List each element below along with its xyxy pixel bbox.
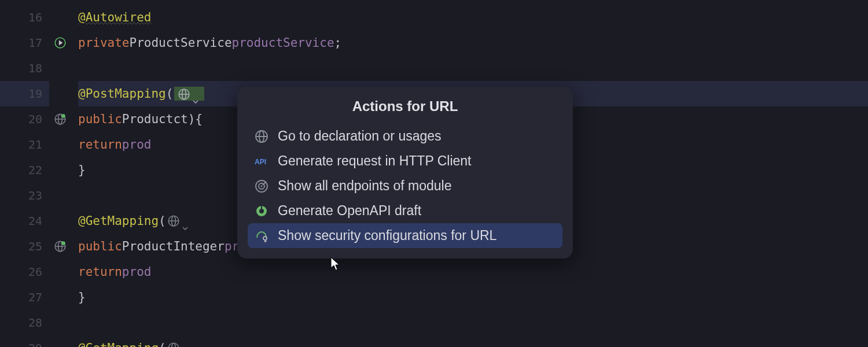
popup-item-label: Generate request in HTTP Client [278, 153, 472, 169]
line-number: 25 [28, 239, 42, 253]
svg-point-16 [171, 343, 175, 347]
paren-token: ( [159, 214, 166, 228]
paren-token: ( [166, 87, 174, 101]
popup-item-declaration[interactable]: Go to declaration or usages [248, 124, 562, 149]
mouse-cursor [329, 256, 341, 271]
brace-token: } [78, 163, 86, 177]
svg-text:API: API [255, 158, 266, 166]
code-line[interactable] [78, 310, 868, 335]
svg-point-15 [168, 343, 179, 347]
svg-point-24 [261, 185, 263, 187]
popup-item-label: Show all endpoints of module [278, 178, 451, 194]
code-line[interactable]: } [78, 285, 868, 310]
type-token: Integer [173, 239, 225, 253]
annotation-token: @Autowired [78, 10, 151, 24]
brace-token: } [78, 290, 86, 304]
line-number: 24 [28, 214, 42, 228]
code-line[interactable] [78, 56, 868, 81]
punct-token: ; [334, 36, 342, 50]
actions-popup: Actions for URL Go to declaration or usa… [237, 87, 573, 259]
line-number: 20 [28, 112, 42, 126]
popup-items: Go to declaration or usages API Generate… [237, 124, 573, 259]
code-line[interactable]: return prod [78, 259, 868, 285]
chevron-down-icon[interactable] [182, 219, 188, 223]
line-number: 19 [28, 87, 42, 101]
annotation-token: @GetMapping [78, 341, 159, 347]
line-number: 21 [28, 138, 42, 152]
globe-icon[interactable] [167, 342, 180, 347]
chevron-down-icon[interactable] [193, 93, 198, 96]
api-icon: API [255, 154, 269, 168]
annotation-token: @PostMapping [78, 87, 166, 101]
paren-token: ( [159, 341, 166, 347]
openapi-icon [255, 204, 269, 218]
line-number: 28 [28, 316, 42, 330]
keyword-token: public [78, 112, 122, 126]
line-number: 27 [28, 290, 42, 304]
svg-point-28 [263, 237, 267, 240]
annotation-token: @GetMapping [78, 214, 159, 228]
editor-gutter: 16 17 18 19 20 21 22 23 24 [0, 0, 49, 347]
type-token: Product [122, 112, 174, 126]
popup-title: Actions for URL [237, 87, 573, 124]
identifier-token: prod [122, 265, 152, 279]
identifier-token: productService [232, 36, 334, 50]
globe-icon[interactable] [167, 215, 180, 227]
code-line[interactable]: private ProductService productService; [78, 30, 868, 56]
keyword-token: public [78, 239, 122, 253]
keyword-token: private [78, 36, 130, 50]
popup-item-label: Generate OpenAPI draft [278, 203, 421, 219]
line-number: 23 [28, 189, 42, 202]
popup-item-openapi[interactable]: Generate OpenAPI draft [248, 198, 562, 223]
popup-item-http-client[interactable]: API Generate request in HTTP Client [248, 149, 562, 174]
popup-item-label: Go to declaration or usages [278, 128, 442, 144]
line-number: 18 [28, 61, 42, 75]
code-line[interactable]: @Autowired [78, 5, 868, 30]
security-icon [255, 229, 269, 243]
line-number: 17 [28, 36, 42, 50]
line-number: 22 [28, 163, 42, 177]
svg-point-26 [259, 209, 264, 213]
code-line[interactable]: @GetMapping( [78, 335, 868, 347]
line-number: 16 [28, 10, 42, 24]
popup-item-security[interactable]: Show security configurations for URL [248, 223, 562, 248]
line-number: 26 [28, 265, 42, 279]
punct-token: ct){ [173, 112, 203, 126]
type-token: ProductService [130, 36, 232, 50]
keyword-token: return [78, 138, 122, 152]
type-token: Product [122, 239, 174, 253]
popup-item-endpoints[interactable]: Show all endpoints of module [248, 174, 562, 198]
globe-icon [255, 130, 269, 143]
globe-icon[interactable] [178, 88, 190, 101]
popup-item-label: Show security configurations for URL [278, 228, 496, 243]
target-icon [255, 179, 269, 193]
identifier-token: prod [122, 138, 152, 152]
line-number: 29 [28, 341, 42, 347]
keyword-token: return [78, 265, 122, 279]
